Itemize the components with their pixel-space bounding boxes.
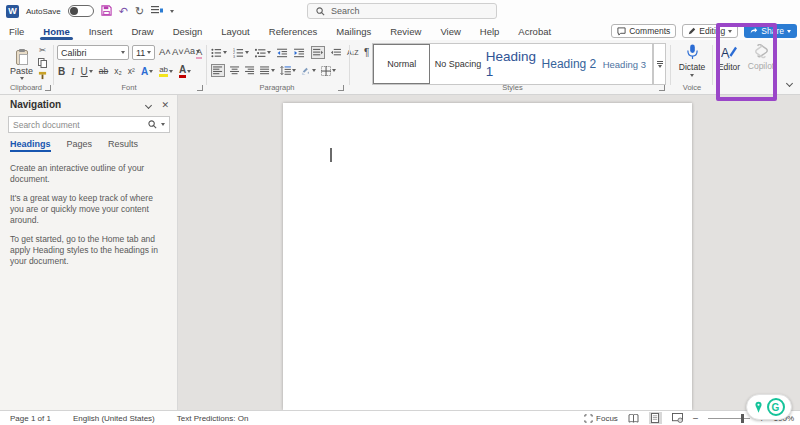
nav-tab-pages[interactable]: Pages: [67, 139, 93, 152]
tab-help[interactable]: Help: [479, 24, 501, 39]
nav-tab-headings[interactable]: Headings: [10, 139, 51, 152]
tab-references[interactable]: References: [268, 24, 319, 39]
font-name-select[interactable]: Calibri: [57, 45, 129, 60]
word-logo-icon: W: [6, 5, 19, 18]
app-search-bar[interactable]: Search: [307, 3, 497, 19]
quick-access-dropdown-icon[interactable]: [170, 10, 174, 13]
superscript-button[interactable]: x²: [128, 66, 135, 76]
ribbon: Paste ✂ Clipboard Calibri 11 A˄ A˅ Aa A …: [0, 40, 800, 95]
shrink-font-icon[interactable]: A˅: [172, 46, 184, 57]
style-heading1[interactable]: Heading 1: [486, 44, 541, 84]
zoom-out-button[interactable]: −: [693, 413, 699, 424]
multilevel-list-button[interactable]: [255, 48, 271, 58]
grammarly-widget[interactable]: G: [746, 394, 792, 420]
underline-button[interactable]: U: [81, 66, 93, 77]
align-center-button[interactable]: [230, 66, 240, 75]
increase-indent-icon[interactable]: [294, 48, 305, 58]
paragraph-dialog-launcher[interactable]: [338, 85, 344, 91]
autosave-toggle[interactable]: [68, 5, 94, 17]
subscript-button[interactable]: x₂: [114, 66, 122, 76]
shading-dropdown-icon: [312, 69, 316, 72]
tab-draw[interactable]: Draw: [130, 24, 154, 39]
share-icon: [750, 27, 758, 35]
strikethrough-button[interactable]: ab: [99, 66, 108, 76]
align-right-button[interactable]: [245, 66, 255, 75]
ltr-text-direction-button[interactable]: [311, 46, 325, 59]
style-heading3[interactable]: Heading 3: [597, 44, 652, 84]
font-size-select[interactable]: 11: [132, 45, 155, 60]
nav-tab-results[interactable]: Results: [108, 139, 138, 152]
zoom-slider-thumb[interactable]: [741, 414, 744, 423]
status-bar: Page 1 of 1 English (United States) Text…: [0, 410, 800, 425]
tab-review[interactable]: Review: [389, 24, 422, 39]
nav-search-dropdown-icon[interactable]: [161, 123, 165, 126]
shading-button[interactable]: [301, 66, 316, 76]
zoom-slider[interactable]: [708, 418, 750, 419]
comments-button[interactable]: Comments: [611, 24, 676, 38]
bold-button[interactable]: B: [58, 66, 65, 77]
tab-insert[interactable]: Insert: [88, 24, 114, 39]
format-painter-icon[interactable]: [38, 70, 47, 80]
navigation-close-icon[interactable]: ✕: [161, 100, 169, 110]
grammarly-pin-icon: [754, 401, 763, 413]
style-heading2[interactable]: Heading 2: [541, 44, 596, 84]
clear-formatting-icon[interactable]: A: [196, 46, 202, 59]
search-placeholder: Search: [331, 6, 360, 16]
paste-button[interactable]: Paste: [7, 44, 36, 85]
font-group-label: Font: [54, 83, 204, 92]
highlight-color-button[interactable]: ab: [159, 65, 173, 77]
nav-search-icon[interactable]: [148, 120, 157, 129]
document-search-input[interactable]: [13, 120, 144, 130]
print-layout-icon[interactable]: [649, 412, 662, 424]
dictate-button[interactable]: Dictate: [675, 44, 709, 77]
web-layout-icon[interactable]: [671, 412, 684, 424]
collapse-ribbon-icon[interactable]: [787, 78, 792, 88]
decrease-indent-icon[interactable]: [277, 48, 288, 58]
document-page[interactable]: [283, 103, 692, 410]
customize-toolbar-icon[interactable]: [151, 5, 163, 17]
line-spacing-button[interactable]: [280, 66, 296, 75]
language-indicator[interactable]: English (United States): [73, 414, 155, 423]
tab-acrobat[interactable]: Acrobat: [517, 24, 552, 39]
tab-layout[interactable]: Layout: [220, 24, 251, 39]
show-formatting-marks-button[interactable]: ¶: [364, 47, 369, 58]
grow-font-icon[interactable]: A˄: [159, 46, 171, 57]
tab-mailings[interactable]: Mailings: [335, 24, 372, 39]
styles-dialog-launcher[interactable]: [659, 85, 665, 91]
numbering-button[interactable]: 123: [233, 48, 249, 58]
focus-mode-button[interactable]: Focus: [584, 414, 618, 423]
styles-more-button[interactable]: [653, 43, 666, 85]
save-icon[interactable]: [101, 5, 112, 18]
undo-icon[interactable]: ↶: [119, 6, 128, 17]
tab-file[interactable]: File: [8, 24, 25, 39]
redo-icon[interactable]: ↻: [135, 6, 144, 17]
toggle-knob: [70, 7, 78, 15]
rtl-text-direction-button[interactable]: [331, 48, 341, 57]
text-predictions-indicator[interactable]: Text Predictions: On: [177, 414, 249, 423]
tab-home[interactable]: Home: [42, 24, 70, 39]
font-color-button[interactable]: A: [179, 64, 191, 78]
copy-icon[interactable]: [38, 58, 47, 68]
cut-icon[interactable]: ✂: [38, 45, 47, 55]
page-indicator[interactable]: Page 1 of 1: [10, 414, 51, 423]
navigation-pane: Navigation ✕ Headings Pages Results Crea…: [0, 95, 178, 410]
copilot-button[interactable]: Copilot: [745, 44, 777, 71]
read-mode-icon[interactable]: [627, 412, 640, 424]
share-button[interactable]: Share: [744, 24, 797, 38]
editing-mode-dropdown[interactable]: Editing: [682, 24, 738, 38]
font-dialog-launcher[interactable]: [197, 85, 203, 91]
text-effects-button[interactable]: A: [141, 66, 153, 77]
document-search-box[interactable]: [8, 116, 170, 133]
align-left-button[interactable]: [211, 64, 225, 77]
justify-button[interactable]: [260, 66, 275, 75]
borders-button[interactable]: [321, 66, 336, 76]
tab-view[interactable]: View: [439, 24, 461, 39]
editor-button[interactable]: A Editor: [714, 44, 744, 72]
bullets-button[interactable]: [211, 48, 227, 58]
navigation-options-chevron-icon[interactable]: [146, 100, 151, 110]
italic-button[interactable]: I: [71, 66, 74, 77]
clipboard-dialog-launcher[interactable]: [45, 85, 51, 91]
tab-design[interactable]: Design: [172, 24, 204, 39]
style-no-spacing[interactable]: No Spacing: [430, 44, 485, 84]
style-normal[interactable]: Normal: [373, 44, 430, 84]
